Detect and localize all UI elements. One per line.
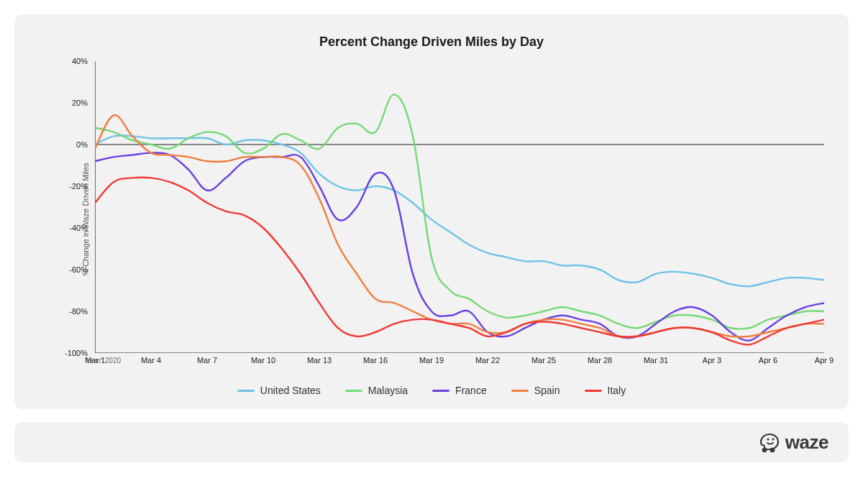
plot-region xyxy=(95,61,824,353)
legend-label: Malaysia xyxy=(368,385,408,396)
x-tick-label: Mar 10 xyxy=(251,356,275,365)
chart-area: % Change in Waze Driven Miles 40%20%0%-2… xyxy=(35,61,828,377)
x-tick-label: Mar 4 xyxy=(141,356,161,365)
y-tick-label: 0% xyxy=(76,140,88,149)
series-line xyxy=(95,115,824,337)
y-tick-label: -80% xyxy=(69,307,88,316)
series-line xyxy=(95,178,824,345)
x-tick-label: Mar 31 xyxy=(644,356,668,365)
x-tick-label: Mar 19 xyxy=(419,356,444,365)
y-tick-label: -20% xyxy=(69,182,88,191)
legend-swatch xyxy=(511,390,529,392)
x-tick-label: Mar 25 xyxy=(531,356,556,365)
legend-swatch xyxy=(585,390,602,392)
svg-point-24 xyxy=(762,448,767,453)
x-axis-ticks: Mar 1Mar 4Mar 7Mar 10Mar 13Mar 16Mar 19M… xyxy=(95,356,824,369)
plot-svg xyxy=(95,61,824,353)
legend-item: France xyxy=(432,385,487,396)
legend-item: Malaysia xyxy=(345,385,408,396)
year-note: Year: 2020 xyxy=(86,357,121,365)
y-tick-label: 40% xyxy=(72,57,88,65)
x-tick-label: Apr 3 xyxy=(703,356,721,365)
legend-label: United States xyxy=(260,385,321,396)
x-tick-label: Mar 16 xyxy=(363,356,388,365)
legend-item: United States xyxy=(237,385,321,396)
legend-label: Spain xyxy=(534,385,560,396)
y-axis-ticks: 40%20%0%-20%-40%-60%-80%-100% xyxy=(59,61,93,353)
legend-label: France xyxy=(455,385,487,396)
x-tick-label: Mar 22 xyxy=(475,356,500,365)
x-tick-label: Mar 28 xyxy=(588,356,612,365)
legend-item: Italy xyxy=(585,385,626,396)
legend-item: Spain xyxy=(511,385,560,396)
waze-icon xyxy=(757,431,781,453)
legend-label: Italy xyxy=(608,385,626,396)
x-tick-label: Mar 7 xyxy=(197,356,217,365)
y-tick-label: 20% xyxy=(72,98,88,107)
chart-title: Percent Change Driven Miles by Day xyxy=(35,35,828,50)
brand-text: waze xyxy=(785,431,828,454)
x-tick-label: Apr 6 xyxy=(759,356,777,365)
legend: United StatesMalaysiaFranceSpainItaly xyxy=(35,385,828,396)
chart-panel: Percent Change Driven Miles by Day % Cha… xyxy=(14,14,849,409)
y-tick-label: -40% xyxy=(69,224,88,232)
svg-point-25 xyxy=(770,448,775,453)
brand-panel: waze xyxy=(14,422,849,462)
series-line xyxy=(95,94,824,329)
legend-swatch xyxy=(432,390,449,392)
x-tick-label: Mar 13 xyxy=(307,356,332,365)
legend-swatch xyxy=(237,390,255,392)
svg-point-23 xyxy=(772,438,774,440)
x-tick-label: Apr 9 xyxy=(815,356,834,365)
series-line xyxy=(95,152,824,340)
waze-logo: waze xyxy=(757,431,828,454)
series-line xyxy=(95,135,824,286)
y-tick-label: -60% xyxy=(69,265,88,274)
legend-swatch xyxy=(345,390,362,392)
svg-point-22 xyxy=(767,438,769,440)
